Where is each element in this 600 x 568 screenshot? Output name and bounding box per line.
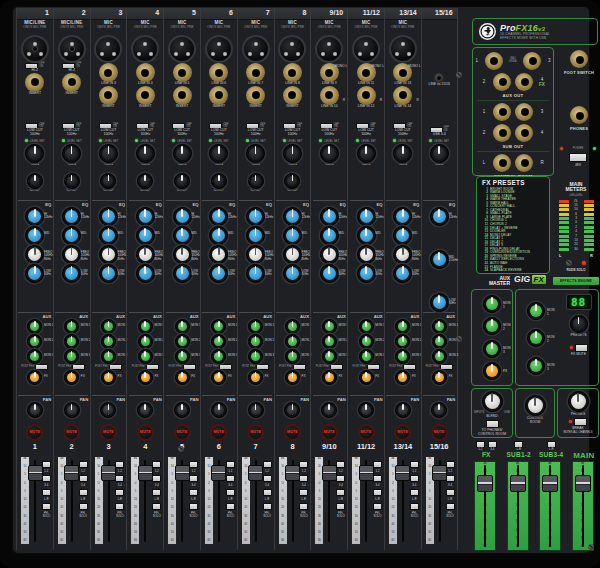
aux-master-mon2-knob[interactable] bbox=[483, 317, 501, 335]
eq-mid-knob[interactable] bbox=[430, 250, 449, 269]
line-in-jack[interactable] bbox=[283, 63, 302, 82]
output-jack[interactable] bbox=[523, 52, 541, 70]
assign-1-2-button[interactable] bbox=[115, 461, 124, 468]
phones-jack[interactable] bbox=[570, 106, 588, 124]
assign-lr-button[interactable] bbox=[42, 489, 51, 496]
pan-knob[interactable] bbox=[211, 402, 227, 418]
pfl-solo-button[interactable] bbox=[189, 503, 198, 510]
mon1-send-knob[interactable] bbox=[432, 319, 447, 334]
fx-send-knob[interactable] bbox=[395, 370, 410, 385]
combo-xlr-input[interactable] bbox=[58, 35, 86, 63]
mute-button[interactable]: MUTE bbox=[174, 424, 191, 441]
line-in-jack[interactable] bbox=[173, 63, 192, 82]
eq-hi-knob[interactable] bbox=[283, 207, 302, 226]
gigfx-mon2-knob[interactable] bbox=[527, 329, 545, 347]
eq-mid-freq-knob[interactable] bbox=[320, 245, 339, 264]
48v-switch[interactable] bbox=[569, 153, 587, 162]
mon1-send-knob[interactable] bbox=[395, 319, 410, 334]
pfl-solo-button[interactable] bbox=[226, 503, 235, 510]
eq-hi-knob[interactable] bbox=[357, 207, 376, 226]
eq-low-knob[interactable] bbox=[62, 264, 81, 283]
aux-master-mon3-knob[interactable] bbox=[483, 340, 501, 358]
master-fader[interactable] bbox=[477, 475, 493, 492]
xlr-input[interactable] bbox=[205, 35, 233, 63]
eq-mid-knob[interactable] bbox=[393, 226, 412, 245]
control-room-knob[interactable] bbox=[525, 395, 546, 416]
line-in-right-jack[interactable] bbox=[393, 86, 412, 105]
eq-hi-knob[interactable] bbox=[393, 207, 412, 226]
fx-send-knob[interactable] bbox=[64, 370, 79, 385]
fx-send-knob[interactable] bbox=[175, 370, 190, 385]
eq-hi-knob[interactable] bbox=[430, 207, 449, 226]
assign-3-4-button[interactable] bbox=[373, 475, 382, 482]
mute-button[interactable]: MUTE bbox=[26, 424, 43, 441]
eq-low-knob[interactable] bbox=[430, 293, 449, 312]
eq-mid-knob[interactable] bbox=[136, 226, 155, 245]
gain-knob[interactable] bbox=[430, 144, 449, 163]
eq-hi-knob[interactable] bbox=[25, 207, 44, 226]
line-in-jack[interactable] bbox=[99, 63, 118, 82]
comp-knob[interactable] bbox=[137, 173, 153, 189]
mon1-send-knob[interactable] bbox=[27, 319, 42, 334]
master-fader[interactable] bbox=[575, 475, 591, 492]
gain-knob[interactable] bbox=[62, 144, 81, 163]
pfl-solo-button[interactable] bbox=[373, 503, 382, 510]
eq-mid-freq-knob[interactable] bbox=[136, 245, 155, 264]
assign-1-2-button[interactable] bbox=[263, 461, 272, 468]
aux-master-fx-knob[interactable] bbox=[483, 362, 501, 380]
line-in-jack[interactable] bbox=[246, 63, 265, 82]
output-jack[interactable] bbox=[493, 124, 511, 142]
pan-knob[interactable] bbox=[321, 402, 337, 418]
eq-mid-freq-knob[interactable] bbox=[283, 245, 302, 264]
mon1-send-knob[interactable] bbox=[175, 319, 190, 334]
mon3-send-knob[interactable] bbox=[64, 349, 79, 364]
comp-knob[interactable] bbox=[64, 173, 80, 189]
assign-lr-button[interactable] bbox=[336, 489, 345, 496]
assign-1-2-button[interactable] bbox=[410, 461, 419, 468]
mon1-send-knob[interactable] bbox=[211, 319, 226, 334]
xlr-input[interactable] bbox=[242, 35, 270, 63]
eq-mid-knob[interactable] bbox=[246, 226, 265, 245]
pan-knob[interactable] bbox=[27, 402, 43, 418]
insert-jack[interactable] bbox=[246, 86, 265, 105]
assign-1-2-button[interactable] bbox=[336, 461, 345, 468]
aux-master-mon1-knob[interactable] bbox=[483, 295, 501, 313]
assign-1-2-button[interactable] bbox=[189, 461, 198, 468]
mon3-send-knob[interactable] bbox=[248, 349, 263, 364]
eq-low-knob[interactable] bbox=[283, 264, 302, 283]
eq-low-knob[interactable] bbox=[393, 264, 412, 283]
assign-3-4-button[interactable] bbox=[299, 475, 308, 482]
eq-hi-knob[interactable] bbox=[99, 207, 118, 226]
output-jack[interactable] bbox=[515, 124, 533, 142]
footswitch-jack[interactable] bbox=[570, 50, 588, 68]
eq-mid-freq-knob[interactable] bbox=[62, 245, 81, 264]
eq-mid-freq-knob[interactable] bbox=[246, 245, 265, 264]
break-button[interactable] bbox=[574, 418, 587, 426]
gigfx-mon3-knob[interactable] bbox=[527, 357, 545, 375]
gain-knob[interactable] bbox=[320, 144, 339, 163]
assign-3-4-button[interactable] bbox=[115, 475, 124, 482]
comp-knob[interactable] bbox=[248, 173, 264, 189]
master-fader[interactable] bbox=[510, 475, 526, 492]
mute-button[interactable]: MUTE bbox=[358, 424, 375, 441]
assign-lr-button[interactable] bbox=[226, 489, 235, 496]
insert-jack[interactable] bbox=[173, 86, 192, 105]
fx-send-knob[interactable] bbox=[27, 370, 42, 385]
assign-lr-button[interactable] bbox=[152, 489, 161, 496]
mon2-send-knob[interactable] bbox=[395, 334, 410, 349]
mon1-send-knob[interactable] bbox=[322, 319, 337, 334]
gain-knob[interactable] bbox=[173, 144, 192, 163]
pfl-solo-button[interactable] bbox=[410, 503, 419, 510]
pan-knob[interactable] bbox=[248, 402, 264, 418]
eq-low-knob[interactable] bbox=[173, 264, 192, 283]
mon1-send-knob[interactable] bbox=[101, 319, 116, 334]
output-jack[interactable] bbox=[515, 73, 533, 91]
mute-button[interactable]: MUTE bbox=[284, 424, 301, 441]
mute-button[interactable]: MUTE bbox=[321, 424, 338, 441]
insert-jack[interactable] bbox=[209, 86, 228, 105]
output-jack[interactable] bbox=[515, 103, 533, 121]
eq-low-knob[interactable] bbox=[99, 264, 118, 283]
gain-knob[interactable] bbox=[25, 144, 44, 163]
assign-lr-button[interactable] bbox=[115, 489, 124, 496]
pan-knob[interactable] bbox=[100, 402, 116, 418]
